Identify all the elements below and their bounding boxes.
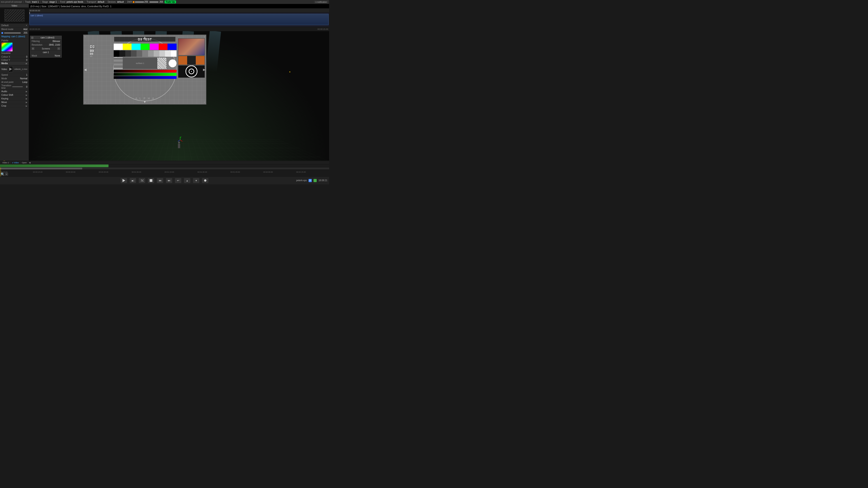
- timeline-scrollbar[interactable]: [0, 167, 329, 170]
- dmx-bar1[interactable]: [135, 1, 144, 3]
- arrow-right: ▶: [203, 68, 206, 71]
- filtering-value: Bilinear: [53, 40, 60, 42]
- scrollbar-thumb[interactable]: [0, 168, 82, 169]
- time-120: 00:02:00.00: [264, 171, 273, 173]
- remove-screen-btn[interactable]: −: [57, 47, 60, 50]
- devices-label: Devices: [107, 1, 116, 3]
- colour-y-row: Colour Y 0: [0, 59, 29, 62]
- gray-1: [119, 51, 125, 57]
- media-section-header[interactable]: Media ▶: [0, 62, 29, 65]
- light-beam-6: [206, 31, 221, 72]
- arrow-up: ▲: [143, 35, 147, 39]
- cue-up-button[interactable]: ▲: [184, 178, 190, 183]
- right-thumbnails: [178, 38, 205, 78]
- ruler-time-start: 00:00:00.00: [29, 28, 40, 30]
- mid-gray: surface 1: [123, 58, 157, 69]
- fast-forward-icon: ⏭: [168, 179, 170, 182]
- timeline-bottom-ruler: 00:00:00.00 00:00:15.00: [29, 27, 329, 31]
- status-green-indicator: [313, 179, 317, 182]
- colour-shift-row[interactable]: Colour Shift ▶: [0, 93, 29, 97]
- audio-arrow: ▶: [26, 90, 27, 93]
- color-bar-magenta: [150, 43, 159, 50]
- stripe-pattern: [114, 58, 123, 69]
- gray-8: [159, 51, 165, 57]
- gray-6: [148, 51, 154, 57]
- corner-bl: +: [85, 101, 86, 103]
- keying-row[interactable]: Keying ▶: [0, 97, 29, 101]
- dmx-value1: 255: [145, 1, 148, 3]
- play-button[interactable]: [121, 178, 127, 183]
- alpha-label: A L P H A: [114, 97, 177, 100]
- back-icon: ↩: [177, 179, 179, 182]
- speed-row: Speed 1: [0, 73, 29, 77]
- cam-resolution-row: Resolution 3840, 2160: [30, 43, 61, 47]
- resolution-label: Resolution: [32, 43, 49, 46]
- record-button[interactable]: [202, 178, 209, 183]
- cam-panel-close[interactable]: [31, 37, 33, 39]
- stop-button[interactable]: [148, 178, 154, 183]
- blend-slider[interactable]: [4, 33, 21, 33]
- red-gradient-bar: [114, 70, 177, 72]
- layer-toggle[interactable]: ◀: [29, 162, 31, 164]
- notification-badge[interactable]: 1 notification: [314, 1, 328, 3]
- video-layer: x Video: [11, 162, 20, 164]
- play-icon: [123, 179, 125, 182]
- blend-mode-value: Add: [23, 28, 27, 31]
- audio-row[interactable]: Audio ▶: [0, 90, 29, 93]
- sparkle-icon: ✦: [289, 71, 291, 73]
- zoom-out-button[interactable]: 🔍: [1, 173, 4, 176]
- white-circle: [168, 59, 177, 67]
- bottom-status: peterk-xps 26 18:08:21: [294, 176, 329, 184]
- axis-indicator: Z: [177, 136, 184, 144]
- cue-down-button[interactable]: ▼: [193, 178, 199, 183]
- transition-slider[interactable]: [12, 86, 23, 87]
- info-text: (9.9 ms) | Size: 1280x657 | Selected Cam…: [30, 5, 112, 8]
- shuffle-button[interactable]: [139, 178, 145, 183]
- palette-section: Palette hsvpalette: [0, 38, 29, 55]
- move-label: Move: [1, 101, 26, 103]
- timeline-clip[interactable]: cam 1 (direct): [29, 14, 329, 25]
- move-row[interactable]: Move ▶: [0, 101, 29, 104]
- info-bar: (9.9 ms) | Size: 1280x657 | Selected Cam…: [29, 4, 329, 8]
- svg-point-4: [191, 71, 192, 72]
- colour-shift-label: Colour Shift: [1, 94, 26, 96]
- default-row[interactable]: Default ▼: [0, 24, 29, 28]
- transport-label: Transport: [87, 1, 96, 3]
- left-panel: Video Default ▼ Blend mode Add 255 Mappi…: [0, 4, 29, 161]
- blue-gradient-bar: [114, 76, 177, 79]
- media-arrow: ▶: [26, 62, 27, 65]
- mask-label: Mask: [32, 55, 55, 57]
- svg-line-8: [178, 140, 180, 141]
- back-button[interactable]: ↩: [175, 178, 181, 183]
- color-bar-cyan: [131, 43, 141, 50]
- surface-label: surface 1: [123, 58, 157, 69]
- timeline-ruler: 00:00:00.00: [29, 8, 329, 13]
- content-bar: [0, 164, 108, 167]
- d3-label-3: D3: [90, 53, 93, 55]
- status-time: 18:08:21: [318, 179, 327, 182]
- filtering-label: Filtering: [32, 40, 53, 42]
- video2-layer: Video 2: [1, 162, 11, 164]
- blend-dot: [1, 32, 3, 34]
- gray-3: [131, 51, 136, 57]
- time-45: 00:00:45.00: [99, 171, 108, 173]
- time-30: 00:00:30.00: [66, 171, 75, 173]
- feed-value: peterk-xps feeds: [67, 1, 84, 3]
- screens-header: + Screens −: [30, 47, 61, 51]
- rewind-button[interactable]: ⏮: [157, 178, 163, 183]
- track-value: track 1: [32, 1, 39, 3]
- dmx-bar2[interactable]: [149, 1, 158, 3]
- thumb-portrait: [178, 38, 205, 55]
- palette-swatch[interactable]: [1, 42, 13, 52]
- led-screen: D3 TEST D3 D3 D3 d3: [83, 35, 206, 105]
- blend-value: 255: [22, 32, 27, 34]
- add-screen-btn[interactable]: +: [32, 47, 34, 50]
- dmx-value2: 255: [159, 1, 163, 3]
- fade-up-button[interactable]: Fade Up: [164, 0, 176, 3]
- video-icon: [8, 66, 13, 72]
- palette-name: hsvpalette: [1, 52, 27, 54]
- next-frame-button[interactable]: ▶|: [130, 178, 136, 183]
- zoom-in-button[interactable]: +: [5, 173, 8, 176]
- crop-row[interactable]: Crop ▶: [0, 104, 29, 108]
- fast-forward-button[interactable]: ⏭: [166, 178, 172, 183]
